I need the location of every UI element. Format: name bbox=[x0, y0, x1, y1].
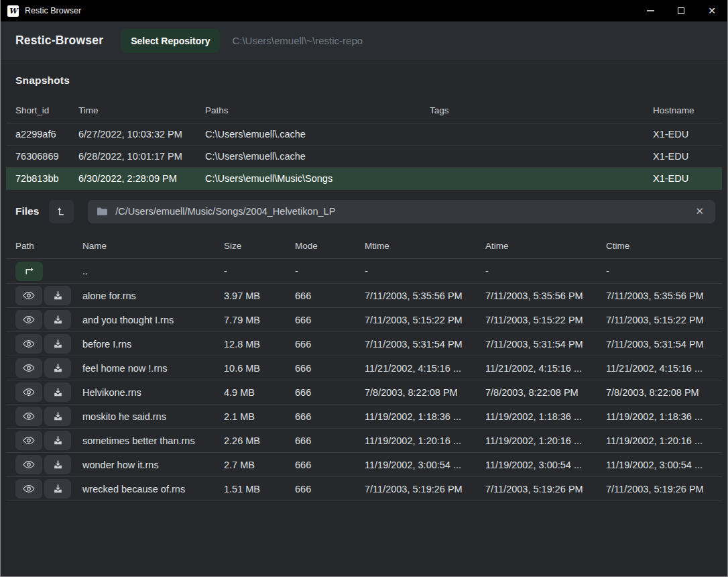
file-mode: 666 bbox=[295, 387, 365, 398]
file-name[interactable]: Helvikone.rns bbox=[82, 387, 224, 398]
file-atime: 7/8/2003, 8:22:08 PM bbox=[485, 387, 606, 398]
current-path-bar[interactable]: /C/Users/emuell/Music/Songs/2004_Helveti… bbox=[88, 200, 715, 223]
file-name[interactable]: before I.rns bbox=[82, 339, 224, 350]
snapshot-paths: C:\Users\emuell\.cache bbox=[205, 151, 430, 162]
file-mode: 666 bbox=[295, 339, 365, 350]
column-header-paths: Paths bbox=[205, 105, 430, 115]
file-ctime: - bbox=[606, 266, 713, 276]
download-file-button[interactable] bbox=[44, 455, 71, 474]
column-header-time: Time bbox=[78, 105, 205, 115]
file-size: 7.79 MB bbox=[224, 315, 295, 325]
download-file-button[interactable] bbox=[44, 382, 71, 402]
preview-file-button[interactable] bbox=[15, 382, 42, 402]
download-file-button[interactable] bbox=[44, 407, 71, 426]
select-repository-button[interactable]: Select Repository bbox=[121, 29, 220, 53]
file-mode: 666 bbox=[295, 363, 365, 374]
column-header-mtime: Mtime bbox=[365, 241, 485, 251]
close-icon: ✕ bbox=[708, 6, 716, 15]
file-row[interactable]: Helvikone.rns 4.9 MB 666 7/8/2003, 8:22:… bbox=[6, 380, 722, 405]
preview-file-button[interactable] bbox=[15, 286, 42, 305]
column-header-name: Name bbox=[82, 241, 224, 251]
enter-parent-icon bbox=[24, 266, 34, 276]
file-row[interactable]: before I.rns 12.8 MB 666 7/11/2003, 5:31… bbox=[6, 332, 722, 356]
preview-file-button[interactable] bbox=[15, 455, 42, 474]
file-mode: 666 bbox=[295, 460, 365, 470]
file-name[interactable]: sometimes better than.rns bbox=[82, 435, 224, 446]
file-name[interactable]: wonder how it.rns bbox=[82, 460, 224, 470]
file-name[interactable]: wrecked because of.rns bbox=[82, 484, 224, 494]
repository-path: C:\Users\emuell\~\restic-repo bbox=[232, 35, 363, 46]
snapshot-row[interactable]: a2299af6 6/27/2022, 10:03:32 PM C:\Users… bbox=[6, 123, 722, 146]
file-mtime: 7/11/2003, 5:15:22 PM bbox=[365, 315, 485, 325]
snapshots-heading: Snapshots bbox=[15, 74, 713, 87]
file-mtime: 7/11/2003, 5:31:54 PM bbox=[365, 339, 485, 350]
parent-directory-button[interactable] bbox=[15, 262, 43, 281]
file-row[interactable]: wrecked because of.rns 1.51 MB 666 7/11/… bbox=[6, 477, 722, 501]
snapshot-row[interactable]: 76306869 6/28/2022, 10:01:17 PM C:\Users… bbox=[6, 146, 722, 168]
eye-icon bbox=[23, 460, 35, 469]
file-mtime: - bbox=[365, 266, 485, 276]
preview-file-button[interactable] bbox=[15, 358, 42, 378]
eye-icon bbox=[23, 291, 35, 300]
download-file-button[interactable] bbox=[44, 358, 71, 378]
file-name[interactable]: .. bbox=[82, 266, 224, 276]
clear-path-button[interactable]: ✕ bbox=[692, 204, 707, 219]
download-file-button[interactable] bbox=[44, 310, 71, 329]
current-path-text: /C/Users/emuell/Music/Songs/2004_Helveti… bbox=[115, 206, 692, 217]
column-header-mode: Mode bbox=[295, 241, 365, 251]
snapshot-row-selected[interactable]: 72b813bb 6/30/2022, 2:28:09 PM C:\Users\… bbox=[6, 168, 722, 190]
eye-icon bbox=[23, 388, 35, 397]
snapshot-paths: C:\Users\emuell\Music\Songs bbox=[205, 173, 430, 184]
preview-file-button[interactable] bbox=[15, 431, 42, 450]
column-header-atime: Atime bbox=[485, 241, 606, 251]
download-icon bbox=[53, 387, 63, 397]
file-name[interactable]: and you thought I.rns bbox=[82, 315, 224, 325]
file-name[interactable]: feel home now !.rns bbox=[82, 363, 224, 374]
close-button[interactable]: ✕ bbox=[696, 0, 727, 21]
download-file-button[interactable] bbox=[44, 431, 71, 450]
file-ctime: 11/19/2002, 3:00:54 ... bbox=[606, 460, 713, 470]
app-header: Restic-Browser Select Repository C:\User… bbox=[1, 21, 727, 60]
eye-icon bbox=[23, 484, 35, 493]
app-icon: W bbox=[7, 5, 19, 17]
column-header-path: Path bbox=[15, 241, 82, 251]
file-name[interactable]: alone for.rns bbox=[82, 291, 224, 301]
titlebar: W Restic Browser ✕ bbox=[1, 0, 727, 21]
file-ctime: 7/11/2003, 5:19:26 PM bbox=[606, 484, 713, 494]
file-row[interactable]: feel home now !.rns 10.6 MB 666 11/21/20… bbox=[6, 356, 722, 380]
file-size: 2.7 MB bbox=[224, 460, 295, 470]
file-mtime: 7/8/2003, 8:22:08 PM bbox=[365, 387, 485, 398]
file-row[interactable]: moskito he said.rns 2.1 MB 666 11/19/200… bbox=[6, 405, 722, 429]
download-file-button[interactable] bbox=[44, 479, 71, 499]
preview-file-button[interactable] bbox=[15, 310, 42, 329]
maximize-button[interactable] bbox=[666, 0, 696, 21]
file-name[interactable]: moskito he said.rns bbox=[82, 411, 224, 422]
file-atime: 11/19/2002, 1:18:36 ... bbox=[485, 411, 606, 422]
parent-directory-row: .. - - - - - bbox=[6, 259, 722, 284]
file-size: 12.8 MB bbox=[224, 339, 295, 350]
snapshot-short-id: 72b813bb bbox=[15, 173, 78, 184]
minimize-button[interactable] bbox=[635, 0, 666, 21]
download-icon bbox=[53, 435, 63, 445]
file-mtime: 7/11/2003, 5:35:56 PM bbox=[365, 291, 485, 301]
download-file-button[interactable] bbox=[44, 334, 71, 354]
file-size: 2.26 MB bbox=[224, 435, 295, 446]
snapshot-paths: C:\Users\emuell\.cache bbox=[205, 129, 430, 140]
download-file-button[interactable] bbox=[44, 286, 71, 305]
file-mode: 666 bbox=[295, 484, 365, 494]
file-ctime: 7/11/2003, 5:15:22 PM bbox=[606, 315, 713, 325]
file-row[interactable]: and you thought I.rns 7.79 MB 666 7/11/2… bbox=[6, 308, 722, 332]
file-size: 3.97 MB bbox=[224, 291, 295, 301]
file-mode: 666 bbox=[295, 291, 365, 301]
preview-file-button[interactable] bbox=[15, 334, 42, 354]
file-row[interactable]: sometimes better than.rns 2.26 MB 666 11… bbox=[6, 429, 722, 453]
preview-file-button[interactable] bbox=[15, 479, 42, 499]
maximize-icon bbox=[678, 7, 684, 14]
file-row[interactable]: wonder how it.rns 2.7 MB 666 11/19/2002,… bbox=[6, 453, 722, 477]
file-row[interactable]: alone for.rns 3.97 MB 666 7/11/2003, 5:3… bbox=[6, 284, 722, 308]
file-mtime: 11/21/2002, 4:15:16 ... bbox=[365, 363, 485, 374]
files-table-header: Path Name Size Mode Mtime Atime Ctime bbox=[6, 233, 722, 259]
preview-file-button[interactable] bbox=[15, 407, 42, 426]
go-to-root-button[interactable] bbox=[49, 200, 74, 223]
snapshot-time: 6/28/2022, 10:01:17 PM bbox=[78, 151, 205, 162]
